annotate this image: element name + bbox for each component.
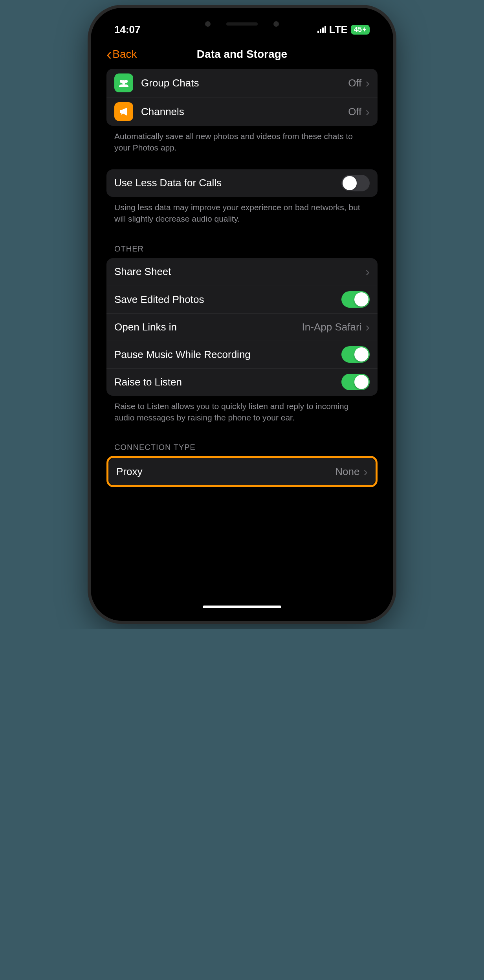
chevron-right-icon: › [365,264,370,279]
other-header: OTHER [106,233,378,258]
save-edited-photos-row[interactable]: Save Edited Photos [106,286,378,313]
share-sheet-label: Share Sheet [114,266,365,278]
chevron-right-icon: › [365,320,370,334]
less-data-calls-label: Use Less Data for Calls [114,177,341,189]
calls-section: Use Less Data for Calls Using less data … [106,169,378,225]
proxy-label: Proxy [116,466,335,478]
channels-value: Off [348,106,361,118]
less-data-calls-row[interactable]: Use Less Data for Calls [106,169,378,197]
less-data-calls-toggle[interactable] [341,175,370,191]
group-chats-icon [114,73,133,92]
navigation-bar: ‹ Back Data and Storage [99,39,385,69]
save-edited-photos-toggle[interactable] [341,291,370,308]
connection-section: CONNECTION TYPE Proxy None › [106,431,378,487]
save-edited-photos-label: Save Edited Photos [114,294,341,306]
channels-icon [114,102,133,121]
channels-label: Channels [141,106,348,118]
group-chats-label: Group Chats [141,77,348,89]
pause-music-row[interactable]: Pause Music While Recording [106,341,378,368]
proxy-highlight: Proxy None › [106,456,378,487]
other-section: OTHER Share Sheet › Save Edited Photos O… [106,233,378,424]
autosave-footer: Automatically save all new photos and vi… [106,126,378,154]
pause-music-toggle[interactable] [341,346,370,363]
group-chats-row[interactable]: Group Chats Off › [106,69,378,97]
status-time: 14:07 [114,24,141,36]
network-label: LTE [329,24,348,36]
chevron-right-icon: › [365,105,370,119]
group-chats-value: Off [348,77,361,89]
phone-notch [187,16,297,32]
open-links-label: Open Links in [114,321,302,333]
back-button[interactable]: ‹ Back [106,46,137,62]
screen: 14:07 LTE 45 ‹ Back Data and Storage [99,16,385,613]
open-links-row[interactable]: Open Links in In-App Safari › [106,313,378,341]
signal-icon [317,26,326,33]
phone-frame: 14:07 LTE 45 ‹ Back Data and Storage [91,8,393,621]
autosave-section: Group Chats Off › Channels Off › Automat… [106,69,378,154]
home-indicator[interactable] [203,606,281,608]
page-title: Data and Storage [197,48,287,61]
pause-music-label: Pause Music While Recording [114,349,341,361]
back-label: Back [112,48,137,61]
battery-indicator: 45 [351,25,370,35]
calls-footer: Using less data may improve your experie… [106,197,378,225]
svg-point-2 [122,80,126,84]
connection-header: CONNECTION TYPE [106,431,378,457]
share-sheet-row[interactable]: Share Sheet › [106,258,378,286]
raise-to-listen-row[interactable]: Raise to Listen [106,368,378,396]
channels-row[interactable]: Channels Off › [106,97,378,126]
chevron-right-icon: › [365,76,370,90]
raise-to-listen-toggle[interactable] [341,374,370,390]
open-links-value: In-App Safari [302,321,362,333]
content-scroll[interactable]: Group Chats Off › Channels Off › Automat… [99,69,385,605]
raise-to-listen-label: Raise to Listen [114,376,341,388]
chevron-left-icon: ‹ [106,46,112,62]
chevron-right-icon: › [363,464,368,479]
charging-icon [363,27,367,32]
proxy-value: None [335,466,359,478]
other-footer: Raise to Listen allows you to quickly li… [106,396,378,424]
proxy-row[interactable]: Proxy None › [108,458,376,485]
